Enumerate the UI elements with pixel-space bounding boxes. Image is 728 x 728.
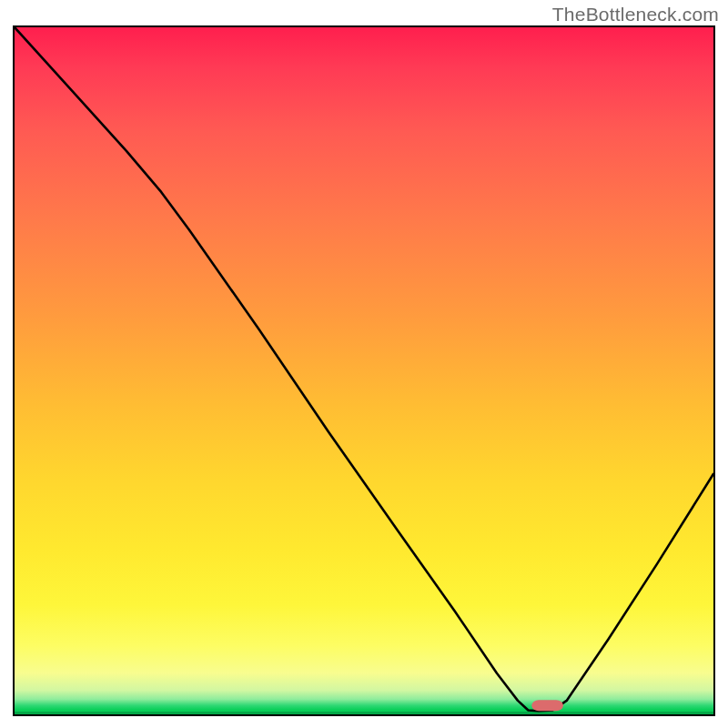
optimal-marker [531,700,563,711]
bottleneck-curve [15,27,713,711]
plot-area [13,25,715,716]
watermark-text: TheBottleneck.com [552,4,719,25]
chart-container: TheBottleneck.com [0,0,728,728]
curve-overlay [15,27,713,714]
